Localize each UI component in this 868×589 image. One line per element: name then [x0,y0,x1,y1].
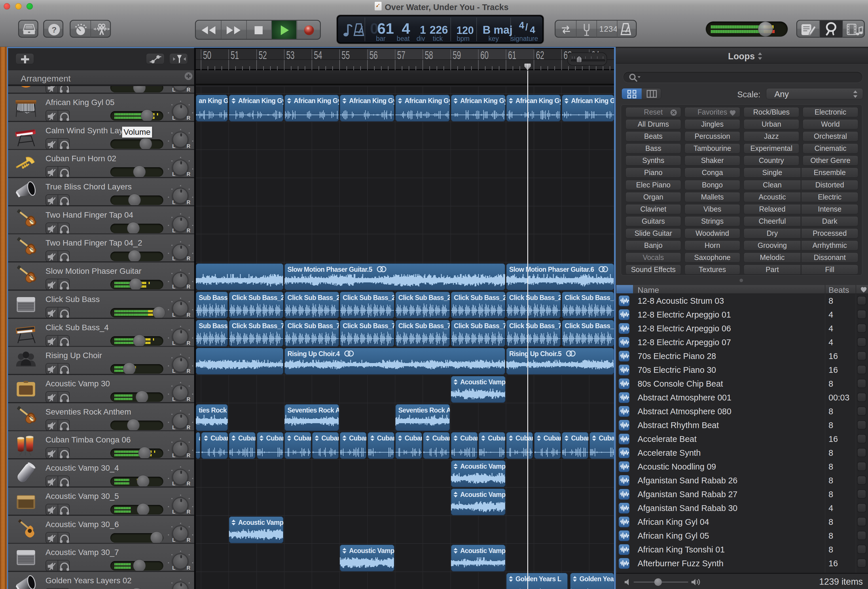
svg-text:?: ? [52,25,56,34]
